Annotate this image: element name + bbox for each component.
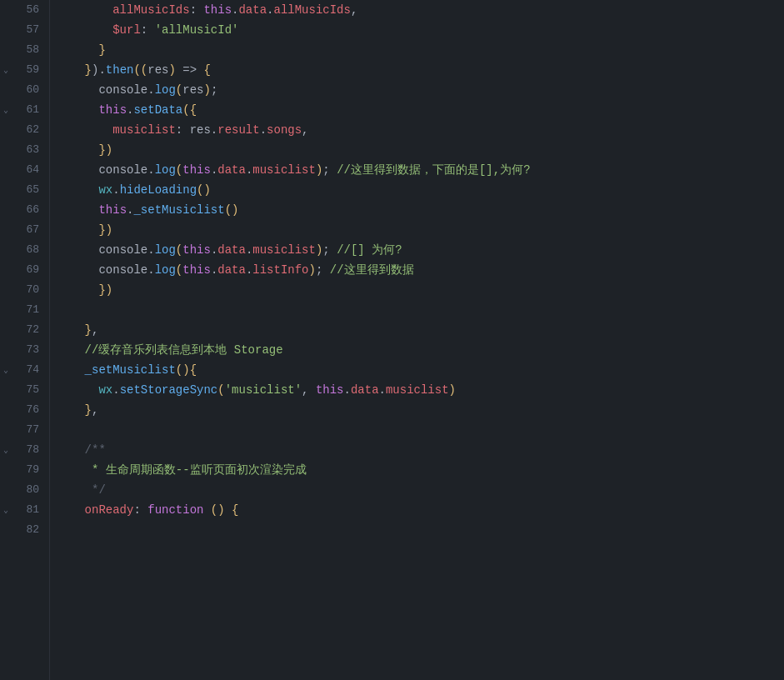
line-numbers: 56 57 58 ⌄59 60 ⌄61 62 63 64 65 66 67 68… [0, 0, 50, 680]
code-line-62: musiclist: res.result.songs, [57, 120, 784, 140]
code-line-66: this._setMusiclist() [57, 200, 784, 220]
code-line-77 [57, 420, 784, 440]
line-63: 63 [0, 140, 49, 160]
code-line-70: }) [57, 280, 784, 300]
line-80: 80 [0, 480, 49, 500]
line-74: ⌄74 [0, 360, 49, 380]
code-line-78: /** [57, 440, 784, 460]
line-82: 82 [0, 520, 49, 540]
code-line-81: onReady: function () { [57, 500, 784, 520]
code-line-61: this.setData({ [57, 100, 784, 120]
line-66: 66 [0, 200, 49, 220]
code-line-67: }) [57, 220, 784, 240]
line-61: ⌄61 [0, 100, 49, 120]
code-line-79: * 生命周期函数--监听页面初次渲染完成 [57, 460, 784, 480]
line-77: 77 [0, 420, 49, 440]
line-62: 62 [0, 120, 49, 140]
code-line-56: allMusicIds: this.data.allMusicIds, [57, 0, 784, 20]
line-72: 72 [0, 320, 49, 340]
code-line-73: //缓存音乐列表信息到本地 Storage [57, 340, 784, 360]
line-71: 71 [0, 300, 49, 320]
line-73: 73 [0, 340, 49, 360]
code-line-59: }).then((res) => { [57, 60, 784, 80]
code-line-69: console.log(this.data.listInfo); //这里得到数… [57, 260, 784, 280]
line-59: ⌄59 [0, 60, 49, 80]
line-70: 70 [0, 280, 49, 300]
code-line-72: }, [57, 320, 784, 340]
line-68: 68 [0, 240, 49, 260]
line-81: ⌄81 [0, 500, 49, 520]
code-editor: 56 57 58 ⌄59 60 ⌄61 62 63 64 65 66 67 68… [0, 0, 784, 680]
line-67: 67 [0, 220, 49, 240]
code-line-68: console.log(this.data.musiclist); //[] 为… [57, 240, 784, 260]
code-line-57: $url: 'allMusicId' [57, 20, 784, 40]
line-69: 69 [0, 260, 49, 280]
line-60: 60 [0, 80, 49, 100]
line-64: 64 [0, 160, 49, 180]
code-lines: allMusicIds: this.data.allMusicIds, $url… [50, 0, 784, 680]
code-line-76: }, [57, 400, 784, 420]
line-76: 76 [0, 400, 49, 420]
code-line-65: wx.hideLoading() [57, 180, 784, 200]
code-line-63: }) [57, 140, 784, 160]
code-line-80: */ [57, 480, 784, 500]
line-58: 58 [0, 40, 49, 60]
line-65: 65 [0, 180, 49, 200]
code-line-82 [57, 520, 784, 540]
line-78: ⌄78 [0, 440, 49, 460]
code-line-60: console.log(res); [57, 80, 784, 100]
line-56: 56 [0, 0, 49, 20]
code-line-64: console.log(this.data.musiclist); //这里得到… [57, 160, 784, 180]
code-line-74: _setMusiclist(){ [57, 360, 784, 380]
code-line-58: } [57, 40, 784, 60]
line-79: 79 [0, 460, 49, 480]
line-75: 75 [0, 380, 49, 400]
code-line-75: wx.setStorageSync('musiclist', this.data… [57, 380, 784, 400]
line-57: 57 [0, 20, 49, 40]
code-line-71 [57, 300, 784, 320]
